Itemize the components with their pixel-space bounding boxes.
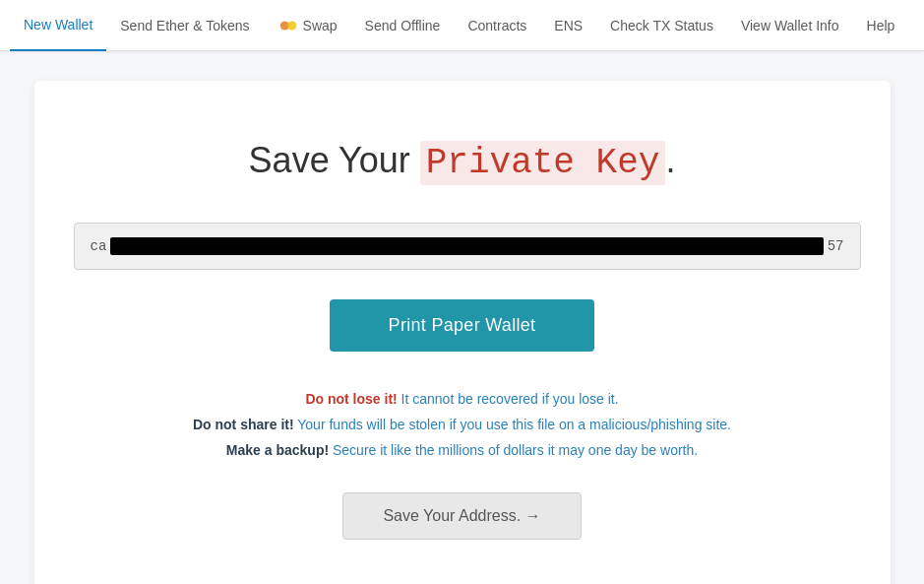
warning-backup-text: Secure it like the millions of dollars i… <box>333 442 698 458</box>
warning-share-label: Do not share it! <box>193 417 294 432</box>
swap-icon <box>277 15 299 36</box>
warning-lose-label: Do not lose it! <box>305 391 397 407</box>
page-title: Save Your Private Key. <box>74 140 851 183</box>
warning-backup: Make a backup! Secure it like the millio… <box>74 442 851 458</box>
nav-contracts[interactable]: Contracts <box>454 0 540 51</box>
nav-send-ether-tokens[interactable]: Send Ether & Tokens <box>106 0 263 51</box>
nav-check-tx-status[interactable]: Check TX Status <box>596 0 727 51</box>
warning-lose-text: It cannot be recovered if you lose it. <box>401 391 619 407</box>
warning-backup-label: Make a backup! <box>226 442 329 458</box>
warnings-section: Do not lose it! It cannot be recovered i… <box>74 391 851 458</box>
title-highlight: Private Key <box>420 141 666 185</box>
warning-lose: Do not lose it! It cannot be recovered i… <box>74 391 851 407</box>
nav-help[interactable]: Help <box>853 0 909 51</box>
private-key-redacted <box>110 237 823 255</box>
private-key-display: ca 57 <box>74 223 861 270</box>
nav-swap[interactable]: Swap <box>264 0 351 51</box>
title-suffix: . <box>665 140 675 180</box>
nav-new-wallet[interactable]: New Wallet <box>10 0 106 51</box>
nav-view-wallet-info[interactable]: View Wallet Info <box>727 0 853 51</box>
private-key-suffix: 57 <box>828 238 844 254</box>
navigation: New Wallet Send Ether & Tokens Swap Send… <box>0 0 924 51</box>
svg-point-1 <box>287 21 296 30</box>
warning-share-text: Your funds will be stolen if you use thi… <box>297 417 731 432</box>
save-address-button[interactable]: Save Your Address. → <box>342 492 581 540</box>
print-paper-wallet-button[interactable]: Print Paper Wallet <box>330 299 595 352</box>
nav-send-offline[interactable]: Send Offline <box>351 0 455 51</box>
title-prefix: Save Your <box>249 140 420 180</box>
nav-ens[interactable]: ENS <box>540 0 596 51</box>
warning-share: Do not share it! Your funds will be stol… <box>74 417 851 432</box>
private-key-prefix: ca <box>91 238 107 254</box>
main-panel: Save Your Private Key. ca 57 Print Paper… <box>34 81 891 584</box>
